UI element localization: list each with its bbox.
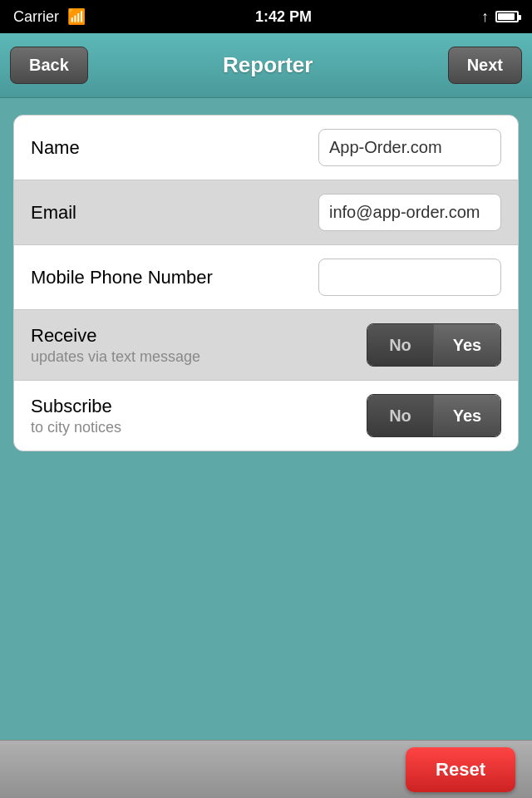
receive-yes-button[interactable]: Yes	[434, 324, 500, 366]
phone-input[interactable]	[318, 259, 501, 296]
status-bar: Carrier 📶 1:42 PM ↑	[0, 0, 532, 33]
phone-label: Mobile Phone Number	[31, 267, 318, 288]
receive-label: Receive	[31, 325, 367, 347]
name-input[interactable]	[318, 129, 501, 166]
receive-sublabel: updates via text message	[31, 348, 367, 366]
subscribe-row: Subscribe to city notices No Yes	[14, 381, 518, 451]
back-button[interactable]: Back	[10, 47, 88, 84]
email-input[interactable]	[318, 194, 501, 231]
location-icon: ↑	[481, 8, 489, 26]
status-time: 1:42 PM	[255, 8, 312, 26]
status-left: Carrier 📶	[13, 7, 86, 26]
subscribe-toggle-group: No Yes	[367, 394, 501, 437]
nav-title: Reporter	[223, 52, 313, 78]
bottom-bar: Reset	[0, 740, 532, 798]
email-label: Email	[31, 202, 318, 224]
carrier-label: Carrier	[13, 8, 59, 26]
nav-bar: Back Reporter Next	[0, 33, 532, 98]
reset-button[interactable]: Reset	[406, 747, 515, 792]
main-content: Name Email Mobile Phone Number Receive u…	[0, 98, 532, 468]
receive-no-button[interactable]: No	[367, 324, 434, 366]
name-label: Name	[31, 137, 318, 159]
receive-toggle-group: No Yes	[367, 323, 501, 367]
name-label-group: Name	[31, 137, 318, 159]
receive-row: Receive updates via text message No Yes	[14, 310, 518, 381]
name-row: Name	[14, 116, 518, 180]
phone-row: Mobile Phone Number	[14, 245, 518, 310]
next-button[interactable]: Next	[448, 47, 522, 84]
subscribe-label: Subscribe	[31, 396, 367, 417]
subscribe-yes-button[interactable]: Yes	[434, 395, 500, 436]
receive-label-group: Receive updates via text message	[31, 325, 367, 366]
subscribe-label-group: Subscribe to city notices	[31, 396, 367, 436]
subscribe-sublabel: to city notices	[31, 419, 367, 436]
subscribe-no-button[interactable]: No	[367, 395, 434, 436]
battery-icon	[495, 11, 519, 22]
status-right: ↑	[481, 8, 519, 26]
phone-label-group: Mobile Phone Number	[31, 267, 318, 288]
form-card: Name Email Mobile Phone Number Receive u…	[13, 115, 519, 451]
wifi-icon: 📶	[67, 7, 86, 26]
email-label-group: Email	[31, 202, 318, 224]
email-row: Email	[14, 180, 518, 245]
